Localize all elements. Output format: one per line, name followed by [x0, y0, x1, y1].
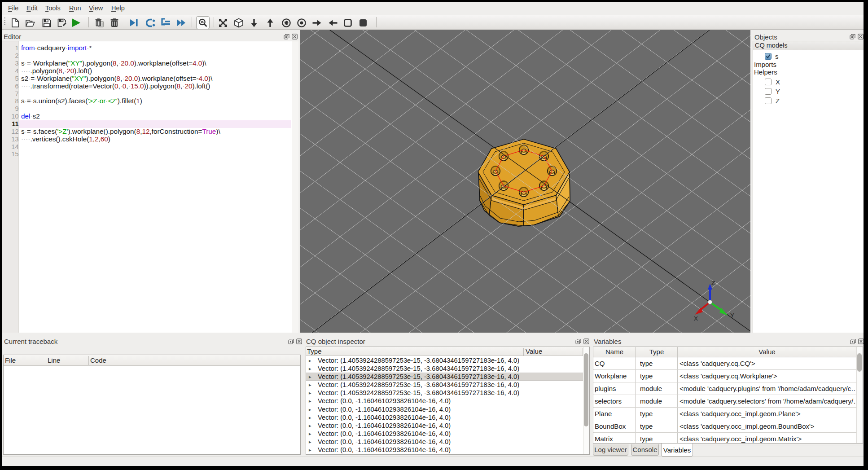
svg-text:X: X [694, 315, 698, 322]
svg-text:Z: Z [711, 280, 715, 286]
svg-text:Y: Y [730, 312, 734, 319]
